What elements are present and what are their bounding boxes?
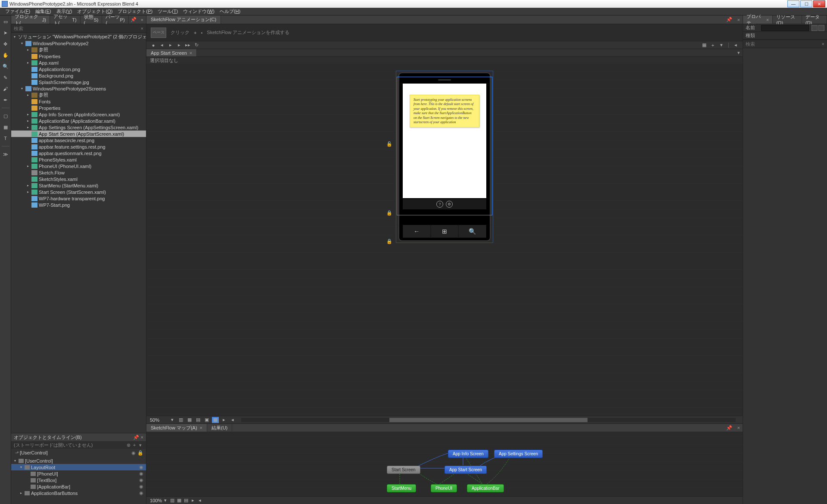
tree-item[interactable]: ▸App.xaml	[11, 59, 146, 66]
layout-tool[interactable]: ▦	[1, 123, 10, 131]
text-tool[interactable]: T	[1, 134, 10, 143]
doc-tab-close-icon[interactable]: ×	[190, 50, 192, 56]
map-node[interactable]: PhoneUI	[431, 484, 457, 492]
rectangle-tool[interactable]: ▢	[1, 112, 10, 120]
tree-item[interactable]: ▸PhoneUI (PhoneUI.xaml)	[11, 163, 146, 169]
panel-close-icon[interactable]: ×	[735, 17, 743, 22]
back-button[interactable]: ←	[403, 225, 431, 238]
menu-p[interactable]: プロジェクト(P)	[115, 8, 155, 15]
scope-up-icon[interactable]: ⬏	[14, 450, 20, 456]
close-button[interactable]: ✕	[813, 0, 825, 7]
tree-item[interactable]: appbar.questionmark.rest.png	[11, 150, 146, 156]
object-item[interactable]: [TextBox]◉	[11, 477, 146, 483]
appbar-help-icon[interactable]: ?	[436, 201, 443, 208]
search-button[interactable]: 🔍	[458, 225, 486, 238]
pen-tool[interactable]: ✒	[1, 96, 10, 104]
zoom-percent[interactable]: 50%	[150, 417, 167, 423]
tree-item[interactable]: ApplicationIcon.png	[11, 66, 146, 72]
project-tree[interactable]: ▾ソリューション "WindowsPhonePrototype2" (2 個のプ…	[11, 33, 146, 433]
tree-item[interactable]: ▸Start Screen (StartScreen.xaml)	[11, 189, 146, 195]
horizontal-scrollbar[interactable]	[241, 418, 736, 422]
record-icon[interactable]: ●	[150, 42, 157, 48]
add-icon[interactable]: +	[709, 42, 716, 48]
property-search-clear-icon[interactable]: ×	[822, 41, 824, 47]
view-mode-4[interactable]: ▣	[203, 417, 210, 423]
map-zoom[interactable]: 100%	[150, 498, 162, 503]
tree-item[interactable]: ▸App Settings Screen (AppSettingsScreen.…	[11, 124, 146, 131]
tab-s[interactable]: 状態(S)	[81, 16, 103, 24]
object-item[interactable]: [PhoneUI]◉	[11, 470, 146, 477]
tree-item[interactable]: SketchStyles.xaml	[11, 176, 146, 182]
zoom-dropdown-icon[interactable]: ▾	[169, 417, 176, 423]
tree-item[interactable]: Fonts	[11, 98, 146, 105]
tree-item[interactable]: ▸参照	[11, 47, 146, 53]
tree-item[interactable]: WP7-Start.png	[11, 202, 146, 208]
view-mode-2[interactable]: ▦	[186, 417, 193, 423]
tab-j[interactable]: プロジェクト(J)	[11, 16, 50, 24]
right-tab[interactable]: プロパテ… ×	[743, 16, 773, 24]
tree-item[interactable]: SplashScreenImage.jpg	[11, 79, 146, 85]
panel-pin-icon[interactable]: 📌	[724, 17, 735, 22]
view-mode-3[interactable]: ▤	[195, 417, 202, 423]
view-mode-1[interactable]: ▥	[177, 417, 184, 423]
view-mode-6[interactable]: ▸	[221, 417, 227, 423]
tree-item[interactable]: ▸App Info Screen (AppInfoScreen.xaml)	[11, 111, 146, 118]
loop-icon[interactable]: ↻	[193, 42, 200, 48]
right-tab[interactable]: データ(D)	[802, 16, 827, 24]
pin-icon[interactable]: 📌	[129, 17, 138, 22]
close-panel-icon[interactable]: ×	[141, 435, 143, 440]
view-mode-7[interactable]: ◂	[229, 417, 236, 423]
view-mode-5[interactable]: ▦	[212, 417, 219, 423]
tree-item[interactable]: appbar.feature.settings.rest.png	[11, 143, 146, 150]
map-node[interactable]: Start Screen	[387, 466, 420, 474]
play-icon[interactable]: ▸	[167, 42, 174, 48]
map-node[interactable]: ApplicationBar	[467, 484, 504, 492]
document-tab[interactable]: App Start Screen ×	[146, 49, 197, 56]
map-node[interactable]: App Settings Screen	[494, 450, 543, 458]
sketchflow-anim-tab[interactable]: SketchFlow アニメーション(C)	[146, 16, 221, 24]
menu-t[interactable]: ツール(T)	[155, 8, 180, 15]
map-tool-2[interactable]: ▦	[176, 498, 183, 504]
tree-item[interactable]: appbar.basecircle.rest.png	[11, 137, 146, 143]
tree-item[interactable]: ▾ソリューション "WindowsPhonePrototype2" (2 個のプ…	[11, 34, 146, 40]
map-tool-1[interactable]: ▥	[169, 498, 176, 504]
pan-tool[interactable]: ✋	[1, 51, 10, 59]
map-zoom-dropdown-icon[interactable]: ▾	[162, 498, 169, 504]
next-frame-icon[interactable]: ▸	[176, 42, 183, 48]
storyboard-dropdown-icon[interactable]: ▾	[137, 442, 143, 448]
maximize-button[interactable]: ☐	[800, 0, 812, 7]
tree-item[interactable]: Background.png	[11, 72, 146, 79]
panel-close-icon[interactable]: ×	[138, 17, 146, 22]
search-input[interactable]	[14, 26, 141, 31]
sketchflow-map-canvas[interactable]: App Info ScreenApp Settings ScreenStart …	[146, 432, 743, 496]
map-tab[interactable]: SketchFlow マップ(A)×	[146, 424, 207, 432]
appbar-settings-icon[interactable]: ⚙	[446, 201, 453, 208]
doc-dropdown-icon[interactable]: ▾	[735, 50, 743, 56]
grid-icon[interactable]: ▦	[701, 42, 708, 48]
tree-item[interactable]: ▸App Start Screen (AppStartScreen.xaml)	[11, 131, 146, 137]
sketchflow-base[interactable]: ベース	[151, 28, 166, 38]
end-icon[interactable]: ▸▸	[184, 42, 191, 48]
direct-select-tool[interactable]: ✥	[1, 40, 10, 48]
menu-h[interactable]: ヘルプ(H)	[217, 8, 243, 15]
map-node[interactable]: App Info Screen	[448, 450, 488, 458]
prop-btn-2[interactable]	[818, 25, 824, 31]
tree-item[interactable]: ▸ApplicationBar (ApplicationBar.xaml)	[11, 118, 146, 124]
tab-p[interactable]: パーツ(P)	[102, 16, 128, 24]
assets-tool[interactable]: ≫	[1, 150, 10, 159]
menu-w[interactable]: ウィンドウ(W)	[180, 8, 217, 15]
eyedropper-tool[interactable]: ✎	[1, 73, 10, 82]
tree-item[interactable]: Sketch.Flow	[11, 169, 146, 176]
map-tool-4[interactable]: ▸	[190, 498, 196, 504]
object-item[interactable]: [ApplicationBar]◉	[11, 483, 146, 490]
tree-item[interactable]: Properties	[11, 53, 146, 59]
storyboard-close-icon[interactable]: ⊗	[125, 442, 131, 448]
tree-item[interactable]: Properties	[11, 105, 146, 111]
design-canvas[interactable]: 🔓 🔒 🔒 Start prototyping your application…	[146, 64, 743, 416]
tree-item[interactable]: ▸StartMenu (StartMenu.xaml)	[11, 182, 146, 189]
object-item[interactable]: ▾LayoutRoot◉	[11, 464, 146, 470]
object-tree[interactable]: ▾[UserControl]▾LayoutRoot◉[PhoneUI]◉[Tex…	[11, 457, 146, 504]
map-tool-5[interactable]: ◂	[196, 498, 203, 504]
tree-item[interactable]: WP7-hardware transparent.png	[11, 195, 146, 202]
property-search-input[interactable]	[746, 41, 822, 47]
